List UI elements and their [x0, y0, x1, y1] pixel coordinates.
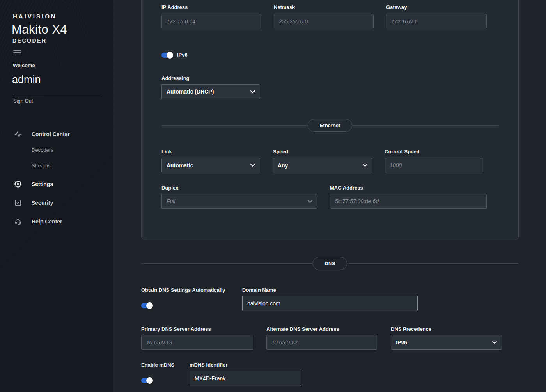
sign-out-link[interactable]: Sign Out	[13, 98, 33, 104]
mac-address-label: MAC Address	[330, 185, 363, 191]
dns-precedence-label: DNS Precedence	[391, 326, 431, 332]
duplex-select: Full	[161, 194, 317, 209]
alternate-dns-field	[266, 335, 377, 350]
current-speed-label: Current Speed	[385, 149, 420, 154]
sidebar-item-help-center[interactable]: Help Center	[0, 215, 113, 228]
security-check-icon	[14, 199, 22, 207]
chevron-down-icon	[250, 164, 255, 167]
toggle-knob	[146, 377, 153, 384]
sidebar-item-control-center[interactable]: Control Center	[0, 128, 113, 141]
control-center-icon	[14, 130, 22, 138]
welcome-label: Welcome	[13, 62, 35, 68]
menu-toggle-icon[interactable]	[13, 50, 21, 57]
duplex-label: Duplex	[161, 185, 178, 191]
sidebar-item-label: Security	[32, 200, 53, 206]
domain-name-field[interactable]	[242, 296, 418, 311]
username: admin	[12, 74, 41, 86]
gear-icon	[14, 180, 22, 188]
headset-icon	[14, 218, 22, 225]
dns-section-label: DNS	[312, 257, 347, 270]
product-name: Makito X4	[12, 23, 67, 37]
ip-address-field	[161, 14, 261, 28]
network-card: IP Address Netmask Gateway IPv6 Addressi…	[141, 0, 519, 240]
sidebar-item-label: Decoders	[32, 147, 53, 153]
duplex-value: Full	[167, 198, 176, 204]
link-value: Automatic	[167, 162, 193, 169]
chevron-down-icon	[308, 200, 312, 203]
toggle-knob	[167, 52, 173, 59]
dns-precedence-select[interactable]: IPv6	[391, 335, 502, 350]
chevron-down-icon	[250, 90, 255, 93]
product-type: DECODER	[12, 37, 47, 44]
sidebar: HAIVISION Makito X4 DECODER Welcome admi…	[0, 0, 113, 392]
mdns-identifier-label: mDNS Identifier	[190, 362, 228, 368]
haivision-logo: HAIVISION	[13, 13, 57, 20]
sidebar-item-decoders[interactable]: Decoders	[0, 143, 113, 156]
primary-dns-field	[141, 335, 253, 350]
sidebar-item-streams[interactable]: Streams	[0, 159, 113, 172]
netmask-label: Netmask	[274, 4, 295, 10]
network-settings-page: IP Address Netmask Gateway IPv6 Addressi…	[113, 0, 546, 392]
current-speed-field	[385, 158, 483, 172]
domain-name-label: Domain Name	[242, 287, 276, 293]
dns-precedence-value: IPv6	[396, 339, 407, 346]
sidebar-item-settings[interactable]: Settings	[0, 177, 113, 191]
netmask-field	[274, 14, 374, 28]
enable-mdns-toggle[interactable]	[141, 378, 152, 383]
sidebar-item-label: Settings	[32, 181, 53, 187]
link-label: Link	[161, 149, 172, 154]
speed-select[interactable]: Any	[273, 158, 372, 172]
ip-address-label: IP Address	[161, 4, 188, 10]
addressing-select[interactable]: Automatic (DHCP)	[161, 84, 260, 99]
obtain-dns-auto-label: Obtain DNS Settings Automatically	[141, 287, 225, 293]
chevron-down-icon	[492, 341, 497, 344]
gateway-label: Gateway	[386, 4, 407, 10]
obtain-dns-auto-toggle[interactable]	[141, 303, 152, 308]
sidebar-item-label: Help Center	[32, 218, 62, 225]
sidebar-item-security[interactable]: Security	[0, 196, 113, 209]
mdns-identifier-field[interactable]	[190, 371, 301, 386]
ipv6-label: IPv6	[177, 52, 188, 58]
speed-label: Speed	[273, 149, 288, 154]
gateway-field	[386, 14, 487, 28]
enable-mdns-label: Enable mDNS	[141, 362, 174, 368]
sidebar-divider	[13, 94, 100, 94]
ethernet-section-label: Ethernet	[308, 119, 353, 132]
speed-value: Any	[278, 162, 288, 169]
alternate-dns-label: Alternate DNS Server Address	[266, 326, 339, 332]
toggle-knob	[146, 302, 153, 309]
sidebar-item-label: Streams	[32, 163, 50, 169]
addressing-label: Addressing	[161, 75, 190, 81]
mac-address-field	[330, 194, 487, 209]
primary-dns-label: Primary DNS Server Address	[141, 326, 211, 332]
ipv6-toggle[interactable]	[161, 53, 172, 58]
addressing-value: Automatic (DHCP)	[167, 89, 214, 95]
link-select[interactable]: Automatic	[161, 158, 260, 172]
sidebar-item-label: Control Center	[32, 131, 70, 137]
chevron-down-icon	[363, 164, 367, 167]
